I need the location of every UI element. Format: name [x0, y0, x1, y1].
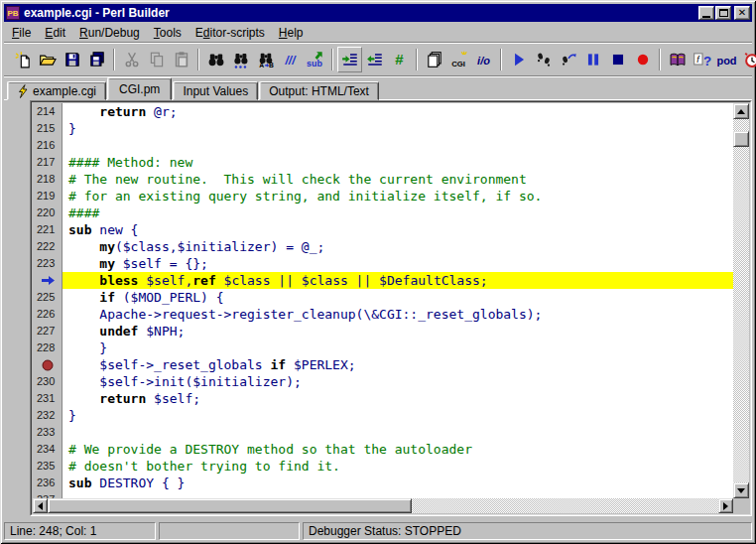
code-text[interactable]: Apache->request->register_cleanup(\&CGI:…: [63, 306, 733, 323]
code-text[interactable]: ####: [63, 204, 733, 221]
find-button[interactable]: [203, 47, 228, 72]
code-text[interactable]: if ($MOD_PERL) {: [63, 289, 733, 306]
open-file-button[interactable]: [35, 47, 60, 72]
code-text[interactable]: sub new {: [63, 221, 733, 238]
code-text[interactable]: }: [63, 340, 733, 356]
code-text[interactable]: #### Method: new: [63, 154, 733, 171]
code-text[interactable]: $self->_reset_globals if $PERLEX;: [63, 356, 733, 373]
menu-help[interactable]: Help: [272, 24, 311, 42]
code-line: 236sub DESTROY { }: [33, 475, 733, 491]
line-number[interactable]: 222: [33, 238, 63, 255]
timer-button[interactable]: [739, 47, 756, 72]
line-number[interactable]: 214: [33, 103, 63, 120]
run-button[interactable]: [506, 47, 531, 72]
run-to-cursor-button[interactable]: [556, 47, 580, 72]
toggle-breakpoint-button[interactable]: [630, 47, 655, 72]
code-text[interactable]: }: [63, 120, 733, 137]
code-text[interactable]: undef $NPH;: [63, 323, 733, 340]
help-book-button[interactable]: [665, 47, 690, 72]
menu-file[interactable]: File: [5, 24, 38, 42]
code-text[interactable]: [63, 491, 733, 498]
line-number[interactable]: 226: [33, 306, 63, 323]
menu-run-debug[interactable]: Run/Debug: [72, 24, 147, 42]
input-output-button[interactable]: i/o: [471, 47, 496, 72]
comment-toggle-button[interactable]: #: [387, 47, 412, 72]
line-number[interactable]: 227: [33, 323, 63, 340]
code-text[interactable]: bless $self,ref $class || $class || $Def…: [63, 272, 733, 289]
line-number[interactable]: 223: [33, 255, 63, 272]
code-text[interactable]: # We provide a DESTROY method so that th…: [63, 441, 733, 458]
comment-slashes-button[interactable]: ///: [278, 47, 303, 72]
code-text[interactable]: # The new routine. This will check the c…: [63, 171, 733, 188]
line-number[interactable]: 217: [33, 154, 63, 171]
minimize-button[interactable]: [698, 6, 714, 20]
code-text[interactable]: # for an existing query string, and init…: [63, 188, 733, 204]
maximize-button[interactable]: [715, 6, 731, 20]
menu-tools[interactable]: Tools: [147, 24, 189, 42]
tab-cgi-pm[interactable]: CGI.pm: [107, 77, 172, 100]
line-number[interactable]: 216: [33, 137, 63, 154]
code-text[interactable]: sub DESTROY { }: [63, 475, 733, 491]
line-number[interactable]: 218: [33, 171, 63, 188]
tab-output-html-text[interactable]: Output: HTML/Text: [259, 81, 379, 100]
line-number[interactable]: 225: [33, 289, 63, 306]
line-number[interactable]: 232: [33, 407, 63, 424]
cgi-wizard-button[interactable]: CGI: [446, 47, 471, 72]
line-number[interactable]: 236: [33, 475, 63, 491]
gutter-marker-cell[interactable]: [33, 356, 63, 373]
code-text[interactable]: }: [63, 407, 733, 424]
vertical-scrollbar[interactable]: [733, 103, 749, 498]
tab-example-cgi[interactable]: example.cgi: [7, 81, 106, 100]
line-number[interactable]: 235: [33, 458, 63, 475]
outdent-button[interactable]: [362, 47, 387, 72]
find-next-button[interactable]: [228, 47, 253, 72]
line-number[interactable]: 230: [33, 373, 63, 390]
line-number[interactable]: 234: [33, 441, 63, 458]
vertical-scroll-track[interactable]: [733, 119, 749, 482]
code-text[interactable]: [63, 137, 733, 154]
step-over-button[interactable]: [531, 47, 556, 72]
code-text[interactable]: return $self;: [63, 390, 733, 407]
menu-edit[interactable]: Edit: [38, 24, 72, 42]
vertical-scroll-thumb[interactable]: [733, 131, 749, 147]
window-list-button[interactable]: [422, 47, 446, 72]
code-text[interactable]: my $self = {};: [63, 255, 733, 272]
code-text[interactable]: $self->init($initializer);: [63, 373, 733, 390]
close-button[interactable]: ✕: [734, 6, 750, 20]
scroll-left-button[interactable]: [33, 498, 48, 513]
save-file-button[interactable]: [60, 47, 84, 72]
line-number[interactable]: 219: [33, 188, 63, 204]
horizontal-scroll-thumb[interactable]: [48, 498, 412, 513]
menu-editor-scripts[interactable]: Editor-scripts: [189, 24, 272, 42]
goto-sub-button[interactable]: sub: [303, 47, 327, 72]
code-line: 217#### Method: new: [33, 154, 733, 171]
line-number[interactable]: 228: [33, 340, 63, 356]
tab-input-values[interactable]: Input Values: [173, 81, 258, 100]
scroll-up-button[interactable]: [733, 103, 749, 119]
code-text[interactable]: [63, 424, 733, 441]
find-replace-button[interactable]: AB: [253, 47, 278, 72]
stop-button[interactable]: [605, 47, 630, 72]
line-number[interactable]: 221: [33, 221, 63, 238]
code-viewport[interactable]: 214 return @r;215}216217#### Method: new…: [33, 103, 733, 498]
gutter-marker-cell[interactable]: [33, 272, 63, 289]
scroll-down-button[interactable]: [733, 482, 749, 498]
code-line: 221sub new {: [33, 221, 733, 238]
save-all-button[interactable]: [84, 47, 109, 72]
code-text[interactable]: return @r;: [63, 103, 733, 120]
code-text[interactable]: my($class,$initializer) = @_;: [63, 238, 733, 255]
timer-icon: [743, 51, 756, 68]
horizontal-scrollbar[interactable]: [33, 498, 733, 513]
line-number[interactable]: 233: [33, 424, 63, 441]
line-number[interactable]: 237: [33, 491, 63, 498]
scroll-right-button[interactable]: [718, 498, 733, 513]
new-file-button[interactable]: [10, 47, 35, 72]
line-number[interactable]: 220: [33, 204, 63, 221]
pause-button[interactable]: [580, 47, 605, 72]
indent-button[interactable]: [337, 47, 362, 72]
pod-viewer-button[interactable]: pod: [714, 47, 739, 72]
function-help-button[interactable]: f?: [690, 47, 714, 72]
line-number[interactable]: 231: [33, 390, 63, 407]
line-number[interactable]: 215: [33, 120, 63, 137]
code-text[interactable]: # doesn't bother trying to find it.: [63, 458, 733, 475]
